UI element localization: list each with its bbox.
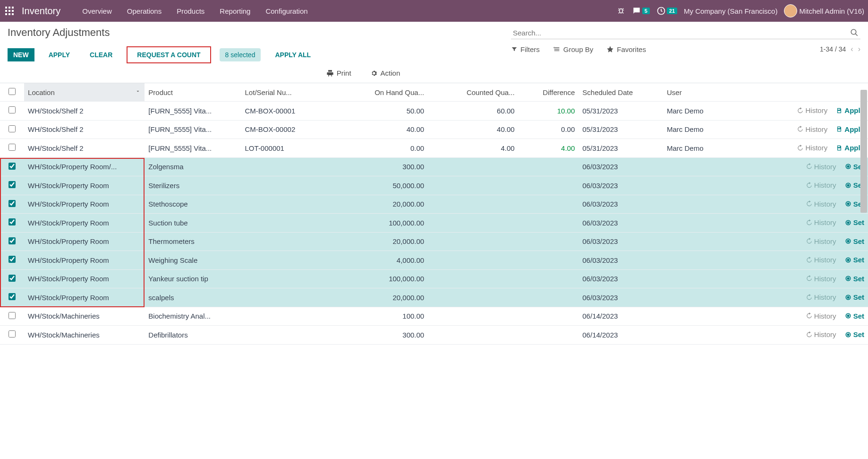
row-history-button[interactable]: History xyxy=(806,330,836,338)
cell-scheduled[interactable]: 06/03/2023 xyxy=(579,251,663,270)
cell-lot[interactable]: CM-BOX-00002 xyxy=(241,120,338,139)
row-history-button[interactable]: History xyxy=(806,275,836,283)
cell-scheduled[interactable]: 06/03/2023 xyxy=(579,195,663,214)
cell-scheduled[interactable]: 06/03/2023 xyxy=(579,176,663,195)
row-checkbox[interactable] xyxy=(9,163,16,170)
cell-counted[interactable]: 60.00 xyxy=(428,102,518,121)
cell-product[interactable]: [FURN_5555] Vita... xyxy=(145,120,241,139)
cell-location[interactable]: WH/Stock/Property Room xyxy=(24,195,145,214)
cell-counted[interactable] xyxy=(428,176,518,195)
cell-onhand[interactable]: 100.00 xyxy=(338,307,428,326)
cell-counted[interactable] xyxy=(428,232,518,251)
cell-user[interactable]: Marc Demo xyxy=(663,139,759,158)
company-switcher[interactable]: My Company (San Francisco) xyxy=(684,7,777,15)
cell-counted[interactable] xyxy=(428,157,518,176)
table-row[interactable]: WH/Stock/Machineries Biochemistry Anal..… xyxy=(0,307,868,326)
cell-location[interactable]: WH/Stock/Property Room xyxy=(24,251,145,270)
cell-scheduled[interactable]: 06/03/2023 xyxy=(579,269,663,288)
selected-count-badge[interactable]: 8 selected xyxy=(220,48,261,61)
cell-scheduled[interactable]: 05/31/2023 xyxy=(579,120,663,139)
cell-user[interactable]: Marc Demo xyxy=(663,102,759,121)
apply-button[interactable]: APPLY xyxy=(43,48,76,61)
row-checkbox[interactable] xyxy=(9,293,16,300)
cell-product[interactable]: scalpels xyxy=(145,288,241,307)
row-history-button[interactable]: History xyxy=(797,125,827,133)
col-location[interactable]: Location xyxy=(24,83,145,102)
cell-onhand[interactable]: 50,000.00 xyxy=(338,176,428,195)
cell-onhand[interactable]: 20,000.00 xyxy=(338,195,428,214)
cell-user[interactable] xyxy=(663,326,759,345)
col-scheduled[interactable]: Scheduled Date xyxy=(579,83,663,102)
row-history-button[interactable]: History xyxy=(806,237,836,245)
cell-location[interactable]: WH/Stock/Property Room xyxy=(24,232,145,251)
cell-user[interactable] xyxy=(663,269,759,288)
cell-lot[interactable] xyxy=(241,195,338,214)
favorites-menu[interactable]: Favorites xyxy=(606,45,646,53)
col-product[interactable]: Product xyxy=(145,83,241,102)
chat-icon[interactable]: 5 xyxy=(632,6,650,16)
select-all-header[interactable] xyxy=(0,83,24,102)
cell-product[interactable]: Weighing Scale xyxy=(145,251,241,270)
row-history-button[interactable]: History xyxy=(806,256,836,264)
app-brand[interactable]: Inventory xyxy=(22,6,60,17)
cell-scheduled[interactable]: 06/14/2023 xyxy=(579,326,663,345)
pager-prev[interactable]: ‹ xyxy=(851,45,853,53)
row-checkbox[interactable] xyxy=(9,312,16,319)
cell-onhand[interactable]: 20,000.00 xyxy=(338,232,428,251)
cell-difference[interactable] xyxy=(519,195,579,214)
col-onhand[interactable]: On Hand Qua... xyxy=(338,83,428,102)
cell-lot[interactable] xyxy=(241,307,338,326)
cell-counted[interactable]: 40.00 xyxy=(428,120,518,139)
row-history-button[interactable]: History xyxy=(797,106,827,114)
cell-user[interactable]: Marc Demo xyxy=(663,120,759,139)
cell-onhand[interactable]: 20,000.00 xyxy=(338,288,428,307)
cell-product[interactable]: [FURN_5555] Vita... xyxy=(145,139,241,158)
row-history-button[interactable]: History xyxy=(806,312,836,320)
cell-lot[interactable]: CM-BOX-00001 xyxy=(241,102,338,121)
cell-user[interactable] xyxy=(663,195,759,214)
nav-operations[interactable]: Operations xyxy=(119,7,169,15)
cell-lot[interactable] xyxy=(241,269,338,288)
cell-scheduled[interactable]: 06/03/2023 xyxy=(579,232,663,251)
pager-next[interactable]: › xyxy=(858,45,860,53)
request-count-button[interactable]: REQUEST A COUNT xyxy=(131,48,206,61)
cell-product[interactable]: [FURN_5555] Vita... xyxy=(145,102,241,121)
row-checkbox[interactable] xyxy=(9,144,16,151)
table-row[interactable]: WH/Stock/Property Room Sterilizers 50,00… xyxy=(0,176,868,195)
col-counted[interactable]: Counted Qua... xyxy=(428,83,518,102)
cell-difference[interactable] xyxy=(519,307,579,326)
cell-difference[interactable] xyxy=(519,251,579,270)
scrollbar[interactable] xyxy=(860,90,867,345)
cell-difference[interactable] xyxy=(519,214,579,233)
print-button[interactable]: Print xyxy=(326,69,351,77)
filters-menu[interactable]: Filters xyxy=(511,45,540,53)
cell-difference[interactable] xyxy=(519,326,579,345)
row-checkbox[interactable] xyxy=(9,106,16,113)
cell-location[interactable]: WH/Stock/Machineries xyxy=(24,326,145,345)
cell-onhand[interactable]: 300.00 xyxy=(338,326,428,345)
cell-lot[interactable] xyxy=(241,251,338,270)
select-all-checkbox[interactable] xyxy=(9,88,16,95)
groupby-menu[interactable]: Group By xyxy=(553,45,593,53)
cell-onhand[interactable]: 0.00 xyxy=(338,139,428,158)
cell-difference[interactable]: 4.00 xyxy=(519,139,579,158)
cell-lot[interactable] xyxy=(241,176,338,195)
cell-user[interactable] xyxy=(663,307,759,326)
cell-location[interactable]: WH/Stock/Property Room/... xyxy=(24,157,145,176)
cell-onhand[interactable]: 100,000.00 xyxy=(338,269,428,288)
cell-user[interactable] xyxy=(663,214,759,233)
cell-user[interactable] xyxy=(663,288,759,307)
row-checkbox[interactable] xyxy=(9,218,16,225)
cell-product[interactable]: Suction tube xyxy=(145,214,241,233)
cell-counted[interactable]: 4.00 xyxy=(428,139,518,158)
col-lot[interactable]: Lot/Serial Nu... xyxy=(241,83,338,102)
table-row[interactable]: WH/Stock/Property Room Stethoscope 20,00… xyxy=(0,195,868,214)
row-checkbox[interactable] xyxy=(9,125,16,132)
row-checkbox[interactable] xyxy=(9,237,16,244)
new-button[interactable]: NEW xyxy=(8,48,34,61)
row-checkbox[interactable] xyxy=(9,181,16,188)
nav-products[interactable]: Products xyxy=(169,7,212,15)
cell-difference[interactable] xyxy=(519,288,579,307)
col-difference[interactable]: Difference xyxy=(519,83,579,102)
cell-product[interactable]: Zolgensma xyxy=(145,157,241,176)
